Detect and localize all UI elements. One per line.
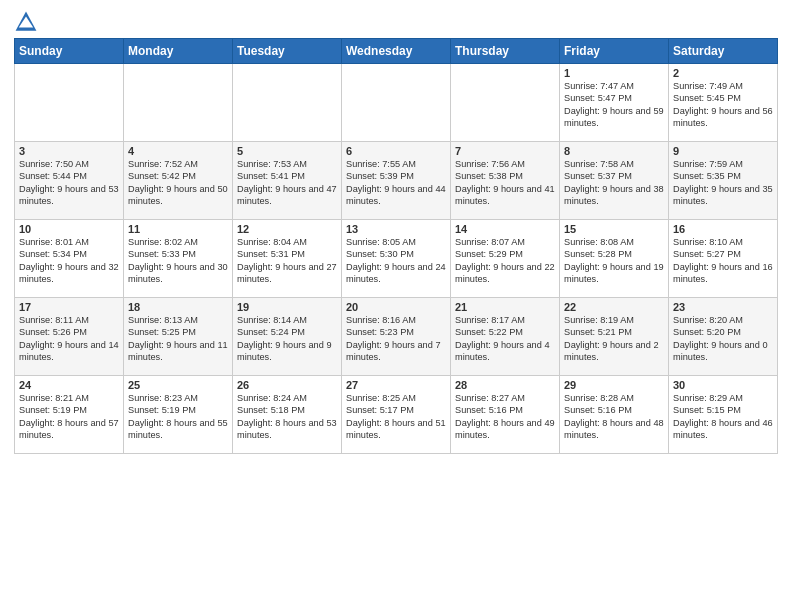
calendar-cell: 19Sunrise: 8:14 AM Sunset: 5:24 PM Dayli…: [233, 298, 342, 376]
weekday-header: Friday: [560, 39, 669, 64]
day-number: 30: [673, 379, 773, 391]
header: [14, 10, 778, 34]
logo-icon: [14, 10, 38, 34]
calendar-cell: 10Sunrise: 8:01 AM Sunset: 5:34 PM Dayli…: [15, 220, 124, 298]
calendar-cell: 2Sunrise: 7:49 AM Sunset: 5:45 PM Daylig…: [669, 64, 778, 142]
calendar-cell: 30Sunrise: 8:29 AM Sunset: 5:15 PM Dayli…: [669, 376, 778, 454]
calendar-week-row: 17Sunrise: 8:11 AM Sunset: 5:26 PM Dayli…: [15, 298, 778, 376]
weekday-header: Saturday: [669, 39, 778, 64]
day-number: 20: [346, 301, 446, 313]
weekday-header: Tuesday: [233, 39, 342, 64]
page-container: SundayMondayTuesdayWednesdayThursdayFrid…: [0, 0, 792, 464]
calendar-table: SundayMondayTuesdayWednesdayThursdayFrid…: [14, 38, 778, 454]
calendar-cell: 20Sunrise: 8:16 AM Sunset: 5:23 PM Dayli…: [342, 298, 451, 376]
day-info: Sunrise: 8:05 AM Sunset: 5:30 PM Dayligh…: [346, 236, 446, 286]
calendar-week-row: 3Sunrise: 7:50 AM Sunset: 5:44 PM Daylig…: [15, 142, 778, 220]
day-number: 7: [455, 145, 555, 157]
weekday-header: Wednesday: [342, 39, 451, 64]
calendar-cell: 22Sunrise: 8:19 AM Sunset: 5:21 PM Dayli…: [560, 298, 669, 376]
day-info: Sunrise: 8:04 AM Sunset: 5:31 PM Dayligh…: [237, 236, 337, 286]
day-info: Sunrise: 8:23 AM Sunset: 5:19 PM Dayligh…: [128, 392, 228, 442]
calendar-cell: 7Sunrise: 7:56 AM Sunset: 5:38 PM Daylig…: [451, 142, 560, 220]
calendar-week-row: 1Sunrise: 7:47 AM Sunset: 5:47 PM Daylig…: [15, 64, 778, 142]
day-info: Sunrise: 8:08 AM Sunset: 5:28 PM Dayligh…: [564, 236, 664, 286]
day-number: 25: [128, 379, 228, 391]
day-info: Sunrise: 7:49 AM Sunset: 5:45 PM Dayligh…: [673, 80, 773, 130]
calendar-cell: 5Sunrise: 7:53 AM Sunset: 5:41 PM Daylig…: [233, 142, 342, 220]
day-info: Sunrise: 8:27 AM Sunset: 5:16 PM Dayligh…: [455, 392, 555, 442]
day-info: Sunrise: 7:59 AM Sunset: 5:35 PM Dayligh…: [673, 158, 773, 208]
day-info: Sunrise: 7:52 AM Sunset: 5:42 PM Dayligh…: [128, 158, 228, 208]
logo: [14, 10, 42, 34]
day-number: 4: [128, 145, 228, 157]
calendar-cell: 4Sunrise: 7:52 AM Sunset: 5:42 PM Daylig…: [124, 142, 233, 220]
calendar-cell: 3Sunrise: 7:50 AM Sunset: 5:44 PM Daylig…: [15, 142, 124, 220]
day-number: 17: [19, 301, 119, 313]
day-number: 28: [455, 379, 555, 391]
calendar-cell: 15Sunrise: 8:08 AM Sunset: 5:28 PM Dayli…: [560, 220, 669, 298]
calendar-cell: 27Sunrise: 8:25 AM Sunset: 5:17 PM Dayli…: [342, 376, 451, 454]
calendar-week-row: 24Sunrise: 8:21 AM Sunset: 5:19 PM Dayli…: [15, 376, 778, 454]
calendar-week-row: 10Sunrise: 8:01 AM Sunset: 5:34 PM Dayli…: [15, 220, 778, 298]
day-info: Sunrise: 7:55 AM Sunset: 5:39 PM Dayligh…: [346, 158, 446, 208]
day-info: Sunrise: 7:47 AM Sunset: 5:47 PM Dayligh…: [564, 80, 664, 130]
day-info: Sunrise: 8:17 AM Sunset: 5:22 PM Dayligh…: [455, 314, 555, 364]
day-info: Sunrise: 8:13 AM Sunset: 5:25 PM Dayligh…: [128, 314, 228, 364]
day-number: 10: [19, 223, 119, 235]
calendar-cell: 12Sunrise: 8:04 AM Sunset: 5:31 PM Dayli…: [233, 220, 342, 298]
day-number: 6: [346, 145, 446, 157]
calendar-cell: 17Sunrise: 8:11 AM Sunset: 5:26 PM Dayli…: [15, 298, 124, 376]
calendar-cell: 24Sunrise: 8:21 AM Sunset: 5:19 PM Dayli…: [15, 376, 124, 454]
day-number: 26: [237, 379, 337, 391]
calendar-cell: 21Sunrise: 8:17 AM Sunset: 5:22 PM Dayli…: [451, 298, 560, 376]
day-number: 5: [237, 145, 337, 157]
day-info: Sunrise: 8:19 AM Sunset: 5:21 PM Dayligh…: [564, 314, 664, 364]
day-number: 12: [237, 223, 337, 235]
day-info: Sunrise: 7:53 AM Sunset: 5:41 PM Dayligh…: [237, 158, 337, 208]
weekday-header: Thursday: [451, 39, 560, 64]
day-info: Sunrise: 8:11 AM Sunset: 5:26 PM Dayligh…: [19, 314, 119, 364]
day-info: Sunrise: 7:58 AM Sunset: 5:37 PM Dayligh…: [564, 158, 664, 208]
calendar-cell: 1Sunrise: 7:47 AM Sunset: 5:47 PM Daylig…: [560, 64, 669, 142]
calendar-cell: 11Sunrise: 8:02 AM Sunset: 5:33 PM Dayli…: [124, 220, 233, 298]
day-info: Sunrise: 8:10 AM Sunset: 5:27 PM Dayligh…: [673, 236, 773, 286]
day-number: 1: [564, 67, 664, 79]
calendar-cell: 13Sunrise: 8:05 AM Sunset: 5:30 PM Dayli…: [342, 220, 451, 298]
day-number: 14: [455, 223, 555, 235]
calendar-cell: [451, 64, 560, 142]
calendar-cell: 14Sunrise: 8:07 AM Sunset: 5:29 PM Dayli…: [451, 220, 560, 298]
day-info: Sunrise: 8:16 AM Sunset: 5:23 PM Dayligh…: [346, 314, 446, 364]
weekday-header: Sunday: [15, 39, 124, 64]
day-number: 19: [237, 301, 337, 313]
day-number: 3: [19, 145, 119, 157]
day-info: Sunrise: 8:07 AM Sunset: 5:29 PM Dayligh…: [455, 236, 555, 286]
calendar-cell: 18Sunrise: 8:13 AM Sunset: 5:25 PM Dayli…: [124, 298, 233, 376]
day-number: 23: [673, 301, 773, 313]
day-number: 9: [673, 145, 773, 157]
calendar-cell: 28Sunrise: 8:27 AM Sunset: 5:16 PM Dayli…: [451, 376, 560, 454]
day-number: 21: [455, 301, 555, 313]
calendar-cell: 6Sunrise: 7:55 AM Sunset: 5:39 PM Daylig…: [342, 142, 451, 220]
calendar-cell: [342, 64, 451, 142]
day-number: 22: [564, 301, 664, 313]
day-info: Sunrise: 8:28 AM Sunset: 5:16 PM Dayligh…: [564, 392, 664, 442]
weekday-header: Monday: [124, 39, 233, 64]
day-number: 27: [346, 379, 446, 391]
calendar-cell: 9Sunrise: 7:59 AM Sunset: 5:35 PM Daylig…: [669, 142, 778, 220]
day-number: 8: [564, 145, 664, 157]
day-info: Sunrise: 7:50 AM Sunset: 5:44 PM Dayligh…: [19, 158, 119, 208]
calendar-cell: 26Sunrise: 8:24 AM Sunset: 5:18 PM Dayli…: [233, 376, 342, 454]
calendar-cell: 29Sunrise: 8:28 AM Sunset: 5:16 PM Dayli…: [560, 376, 669, 454]
day-info: Sunrise: 8:21 AM Sunset: 5:19 PM Dayligh…: [19, 392, 119, 442]
day-info: Sunrise: 7:56 AM Sunset: 5:38 PM Dayligh…: [455, 158, 555, 208]
day-number: 11: [128, 223, 228, 235]
day-info: Sunrise: 8:02 AM Sunset: 5:33 PM Dayligh…: [128, 236, 228, 286]
day-number: 29: [564, 379, 664, 391]
calendar-cell: [15, 64, 124, 142]
day-info: Sunrise: 8:25 AM Sunset: 5:17 PM Dayligh…: [346, 392, 446, 442]
calendar-cell: [124, 64, 233, 142]
day-info: Sunrise: 8:14 AM Sunset: 5:24 PM Dayligh…: [237, 314, 337, 364]
calendar-cell: 25Sunrise: 8:23 AM Sunset: 5:19 PM Dayli…: [124, 376, 233, 454]
calendar-cell: [233, 64, 342, 142]
day-number: 2: [673, 67, 773, 79]
